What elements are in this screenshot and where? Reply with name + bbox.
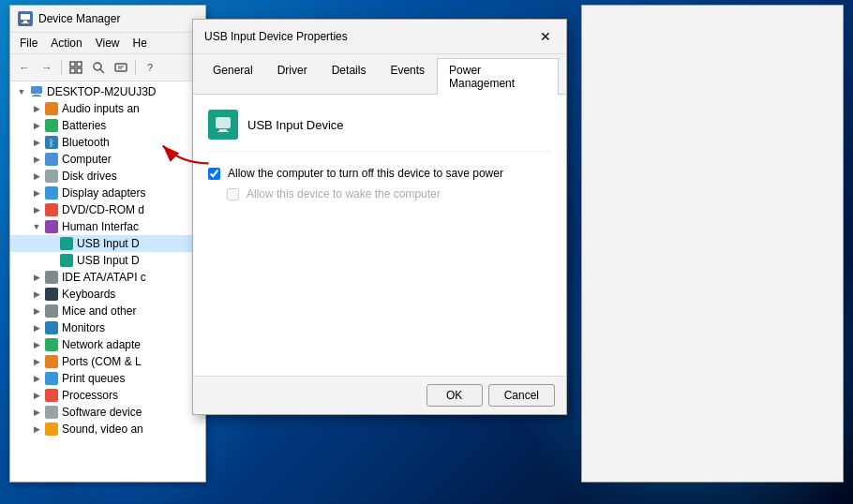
device-icon-large — [208, 110, 238, 140]
tree-network[interactable]: ▶ Network adapte — [10, 336, 205, 353]
tab-details[interactable]: Details — [320, 58, 379, 95]
expand-usb1 — [44, 236, 59, 251]
expand-computer[interactable]: ▶ — [29, 152, 44, 167]
tree-ide[interactable]: ▶ IDE ATA/ATAPI c — [10, 269, 205, 286]
tree-computer[interactable]: ▶ Computer — [10, 151, 205, 168]
expand-disk[interactable]: ▶ — [29, 169, 44, 184]
tree-processors-label: Processors — [62, 389, 118, 402]
tree-batteries[interactable]: ▶ Batteries — [10, 117, 205, 134]
tree-disk[interactable]: ▶ Disk drives — [10, 168, 205, 185]
expand-audio[interactable]: ▶ — [29, 101, 44, 116]
svg-rect-4 — [77, 62, 82, 67]
checkbox-allow-wake[interactable] — [227, 188, 239, 200]
tree-root-label: DESKTOP-M2UUJ3D — [47, 85, 156, 98]
expand-root[interactable]: ▼ — [14, 84, 29, 99]
menu-help[interactable]: He — [127, 35, 153, 52]
icon-audio — [44, 101, 59, 116]
tree-usb1-label: USB Input D — [77, 237, 140, 250]
tree-dvd-label: DVD/CD-ROM d — [62, 203, 144, 216]
svg-rect-5 — [70, 68, 75, 73]
tree-ports[interactable]: ▶ Ports (COM & L — [10, 353, 205, 370]
tree-software-label: Software device — [62, 406, 142, 419]
cancel-button[interactable]: Cancel — [488, 384, 555, 407]
tab-events[interactable]: Events — [378, 58, 437, 95]
tree-sound[interactable]: ▶ Sound, video an — [10, 421, 205, 437]
expand-software[interactable]: ▶ — [29, 405, 44, 420]
icon-hid — [44, 219, 59, 234]
device-name: USB Input Device — [247, 118, 344, 132]
expand-dvd[interactable]: ▶ — [29, 202, 44, 217]
tree-usb1[interactable]: USB Input D — [10, 235, 205, 252]
tree-usb2[interactable]: USB Input D — [10, 252, 205, 269]
tab-driver[interactable]: Driver — [265, 58, 320, 95]
menu-view[interactable]: View — [90, 35, 126, 52]
expand-keyboards[interactable]: ▶ — [29, 287, 44, 302]
expand-print[interactable]: ▶ — [29, 371, 44, 386]
expand-ports[interactable]: ▶ — [29, 354, 44, 369]
dialog-titlebar: USB Input Device Properties ✕ — [193, 20, 566, 54]
tree-mice-label: Mice and other — [62, 304, 136, 318]
tree-monitors[interactable]: ▶ Monitors — [10, 319, 205, 336]
icon-ports — [44, 354, 59, 369]
expand-mice[interactable]: ▶ — [29, 304, 44, 319]
svg-rect-16 — [219, 129, 227, 131]
icon-software — [44, 405, 59, 420]
tree-software[interactable]: ▶ Software device — [10, 404, 205, 421]
tree-display[interactable]: ▶ Display adapters — [10, 185, 205, 201]
device-manager-titlebar: Device Manager — [10, 6, 205, 33]
expand-ide[interactable]: ▶ — [29, 270, 44, 285]
tree-keyboards[interactable]: ▶ Keyboards — [10, 286, 205, 303]
power-option-turnoff: Allow the computer to turn off this devi… — [208, 167, 551, 180]
icon-comp — [44, 152, 59, 167]
expand-bluetooth[interactable]: ▶ — [29, 135, 44, 150]
expand-batteries[interactable]: ▶ — [29, 118, 44, 133]
tree-ports-label: Ports (COM & L — [62, 355, 142, 368]
icon-monitor — [44, 320, 59, 335]
toolbar-scan[interactable] — [88, 57, 109, 78]
tree-audio[interactable]: ▶ Audio inputs an — [10, 100, 205, 117]
expand-display[interactable]: ▶ — [29, 185, 44, 200]
tree-processors[interactable]: ▶ Processors — [10, 387, 205, 404]
menu-action[interactable]: Action — [45, 35, 87, 52]
expand-processors[interactable]: ▶ — [29, 388, 44, 403]
tree-sound-label: Sound, video an — [62, 422, 143, 436]
svg-rect-3 — [70, 62, 75, 67]
tab-power-management[interactable]: Power Management — [437, 58, 559, 95]
tab-general[interactable]: General — [201, 58, 265, 95]
toolbar-back[interactable]: ← — [14, 57, 35, 78]
ok-button[interactable]: OK — [426, 384, 483, 407]
icon-disk — [44, 169, 59, 184]
tree-hid-label: Human Interfac — [62, 220, 139, 233]
toolbar-forward[interactable]: → — [37, 57, 57, 78]
dialog-content: USB Input Device Allow the computer to t… — [193, 95, 566, 376]
expand-monitors[interactable]: ▶ — [29, 320, 44, 335]
svg-rect-2 — [22, 22, 29, 23]
label-allow-turnoff[interactable]: Allow the computer to turn off this devi… — [228, 167, 503, 180]
svg-point-7 — [94, 63, 101, 70]
usb-properties-dialog: USB Input Device Properties ✕ General Dr… — [192, 19, 567, 415]
power-option-wake: Allow this device to wake the computer — [208, 187, 551, 200]
tree-bluetooth-label: Bluetooth — [62, 136, 110, 149]
tree-monitors-label: Monitors — [62, 321, 105, 334]
tree-hid[interactable]: ▼ Human Interfac — [10, 218, 205, 235]
toolbar-expand[interactable] — [66, 57, 86, 78]
tree-mice[interactable]: ▶ Mice and other — [10, 303, 205, 319]
menu-file[interactable]: File — [14, 35, 43, 52]
tree-bluetooth[interactable]: ▶ ᛒ Bluetooth — [10, 134, 205, 151]
toolbar-help[interactable]: ? — [140, 57, 160, 78]
tree-print[interactable]: ▶ Print queues — [10, 370, 205, 387]
tree-root[interactable]: ▼ DESKTOP-M2UUJ3D — [10, 83, 205, 100]
dialog-close-button[interactable]: ✕ — [536, 27, 555, 46]
tree-dvd[interactable]: ▶ DVD/CD-ROM d — [10, 201, 205, 218]
expand-network[interactable]: ▶ — [29, 337, 44, 352]
expand-sound[interactable]: ▶ — [29, 422, 44, 437]
expand-hid[interactable]: ▼ — [29, 219, 44, 234]
tree-batteries-label: Batteries — [62, 119, 106, 132]
icon-ide — [44, 270, 59, 285]
svg-rect-12 — [31, 86, 42, 94]
icon-network — [44, 337, 59, 352]
expand-usb2 — [44, 253, 59, 268]
checkbox-allow-turnoff[interactable] — [208, 168, 220, 180]
device-manager-toolbar: ← → ? — [10, 54, 205, 82]
toolbar-properties[interactable] — [111, 57, 131, 78]
